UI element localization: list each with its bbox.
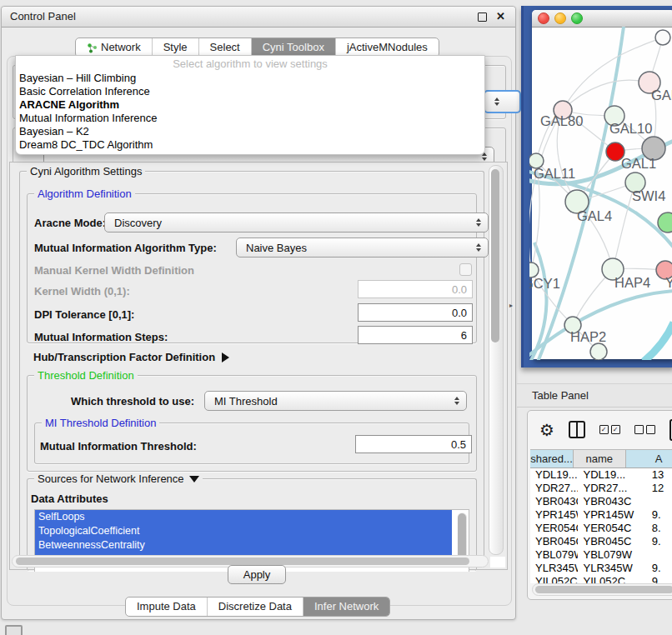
- screen: Control Panel ✕ Network Style Sele: [0, 0, 672, 635]
- dpi-tolerance-label: DPI Tolerance [0,1]:: [34, 308, 134, 321]
- tab-select[interactable]: Select: [199, 38, 252, 57]
- algorithm-definition-group: Algorithm Definition Aracne Mode: Discov…: [27, 193, 477, 343]
- algorithm-option[interactable]: Dream8 DC_TDC Algorithm: [16, 138, 484, 152]
- algorithm-option[interactable]: Basic Correlation Inference: [16, 85, 484, 98]
- minimized-panel-icon[interactable]: [5, 625, 23, 635]
- mi-threshold-label: Mutual Information Threshold:: [40, 440, 197, 452]
- tab-impute-data[interactable]: Impute Data: [126, 598, 208, 616]
- svg-text:SWI4: SWI4: [632, 188, 665, 203]
- table-panel-titlebar[interactable]: Table Panel: [517, 383, 672, 408]
- tab-cyni-toolbox[interactable]: Cyni Toolbox: [252, 38, 336, 57]
- column-header-next[interactable]: A: [626, 450, 672, 468]
- svg-text:HAP2: HAP2: [570, 329, 606, 344]
- attribute-item[interactable]: BetweennessCentrality: [35, 538, 452, 552]
- mac-close-button[interactable]: [538, 12, 549, 24]
- network-node[interactable]: [658, 212, 672, 232]
- algorithm-option[interactable]: Bayesian – Hill Climbing: [16, 72, 484, 85]
- algorithm-option[interactable]: Mutual Information Inference: [16, 112, 484, 125]
- settings-hscrollbar-thumb[interactable]: [16, 558, 469, 565]
- algorithm-option-selected[interactable]: ARACNE Algorithm: [16, 98, 484, 112]
- aracne-mode-label: Aracne Mode:: [34, 217, 106, 229]
- close-icon[interactable]: ✕: [496, 10, 505, 22]
- mi-threshold-field[interactable]: 0.5: [355, 435, 472, 453]
- which-threshold-combo[interactable]: MI Threshold: [204, 391, 467, 411]
- mi-steps-field[interactable]: 6: [358, 326, 473, 344]
- table-hscrollbar[interactable]: [532, 583, 672, 596]
- gear-icon[interactable]: ⚙: [539, 422, 554, 438]
- table-row[interactable]: YBR045CYBR045C9.: [530, 535, 672, 548]
- bottom-tabs: Impute Data Discretize Data Infer Networ…: [125, 597, 390, 617]
- mi-steps-label: Mutual Information Steps:: [34, 331, 168, 343]
- settings-vscrollbar-thumb[interactable]: [491, 169, 499, 342]
- table-row[interactable]: YER054CYER054C8.: [530, 522, 672, 535]
- splitter-collapse-arrow[interactable]: ▸: [509, 302, 513, 309]
- table-hscrollbar-thumb[interactable]: [535, 586, 672, 593]
- attribute-item[interactable]: TopologicalCoefficient: [35, 524, 452, 538]
- tab-jactivemnodules[interactable]: jActiveMNodules: [336, 38, 439, 57]
- manual-kernel-width-label: Manual Kernel Width Definition: [34, 264, 194, 277]
- svg-text:GAL80: GAL80: [540, 113, 583, 128]
- table-panel-title: Table Panel: [532, 389, 589, 402]
- control-panel-title: Control Panel: [10, 10, 76, 22]
- expand-right-icon: [222, 352, 229, 362]
- mac-zoom-button[interactable]: [571, 12, 583, 24]
- control-panel-titlebar[interactable]: Control Panel ✕: [2, 7, 515, 28]
- mac-minimize-button[interactable]: [554, 12, 566, 24]
- node-table: shared... name A YDL19...YDL19...13 YDR2…: [530, 449, 672, 585]
- table-row[interactable]: YPR145WYPR145W9.: [530, 508, 672, 522]
- svg-text:GAL: GAL: [651, 88, 672, 102]
- export-table-icon[interactable]: [669, 419, 672, 441]
- control-panel-window: Control Panel ✕ Network Style Sele: [1, 6, 516, 620]
- sources-title: Sources for Network Inference: [38, 472, 184, 485]
- cyni-settings-title: Cyni Algorithm Settings: [27, 165, 145, 178]
- hub-definition-label: Hub/Transcription Factor Definition: [33, 351, 215, 363]
- aracne-mode-combo[interactable]: Discovery: [104, 212, 489, 232]
- svg-text:HAP4: HAP4: [614, 275, 650, 290]
- algorithm-combo-edge[interactable]: [484, 90, 521, 113]
- column-header-name[interactable]: name: [574, 450, 626, 468]
- table-row[interactable]: YBR043CYBR043C: [530, 495, 672, 508]
- network-icon: [87, 42, 98, 53]
- network-node[interactable]: [655, 30, 670, 45]
- settings-vscrollbar[interactable]: [489, 165, 504, 555]
- tab-discretize-data[interactable]: Discretize Data: [208, 598, 303, 616]
- manual-kernel-checkbox[interactable]: [459, 263, 472, 276]
- column-header-shared-name[interactable]: shared...: [530, 450, 574, 468]
- tab-network[interactable]: Network: [76, 38, 153, 57]
- which-threshold-label: Which threshold to use:: [71, 395, 194, 408]
- table-row[interactable]: YIL052CYIL052C9.: [530, 575, 672, 583]
- which-threshold-value: MI Threshold: [214, 395, 454, 408]
- algorithm-option[interactable]: Bayesian – K2: [16, 125, 484, 138]
- kernel-width-field[interactable]: 0.0: [358, 280, 473, 298]
- network-node-labels: GAL GAL80 GAL10 GAL1 GAL11 SWI4 GAL4 GCY…: [529, 88, 672, 344]
- scrollbar-corner: [490, 557, 505, 568]
- deselect-all-columns-icon[interactable]: [634, 425, 655, 434]
- combo-arrows-icon: [494, 98, 499, 106]
- tab-infer-network[interactable]: Infer Network: [303, 598, 389, 616]
- mi-algorithm-type-label: Mutual Information Algorithm Type:: [34, 242, 217, 254]
- tab-style[interactable]: Style: [153, 38, 199, 57]
- attribute-item[interactable]: SelfLoops: [35, 510, 452, 524]
- network-window-titlebar[interactable]: [532, 10, 672, 28]
- float-window-icon[interactable]: [478, 12, 487, 22]
- threshold-definition-title: Threshold Definition: [34, 369, 138, 382]
- table-row[interactable]: YDR27...YDR27...12: [530, 482, 672, 495]
- mi-algorithm-type-combo[interactable]: Naive Bayes: [236, 238, 489, 258]
- dpi-tolerance-field[interactable]: 0.0: [358, 303, 473, 322]
- table-row[interactable]: YLR345WYLR345W9.: [530, 562, 672, 575]
- columns-icon[interactable]: [569, 421, 585, 438]
- table-row[interactable]: YBL079WYBL079W: [530, 548, 672, 562]
- table-row[interactable]: YDL19...YDL19...13: [530, 468, 672, 482]
- mi-algorithm-type-value: Naive Bayes: [246, 242, 476, 254]
- select-all-columns-icon[interactable]: ✓✓: [599, 425, 620, 434]
- hub-definition-toggle[interactable]: Hub/Transcription Factor Definition: [33, 351, 229, 363]
- svg-text:GAL1: GAL1: [621, 156, 656, 171]
- mi-threshold-definition-group: MI Threshold Definition Mutual Informati…: [34, 422, 469, 464]
- apply-button[interactable]: Apply: [228, 565, 286, 584]
- sources-title-row[interactable]: Sources for Network Inference: [34, 472, 203, 485]
- aracne-mode-value: Discovery: [114, 217, 476, 229]
- table-toolbar: ⚙ ✓✓: [528, 411, 672, 448]
- network-canvas[interactable]: GAL GAL80 GAL10 GAL1 GAL11 SWI4 GAL4 GCY…: [529, 27, 672, 360]
- network-node[interactable]: [590, 343, 607, 360]
- table-header: shared... name A: [530, 450, 672, 468]
